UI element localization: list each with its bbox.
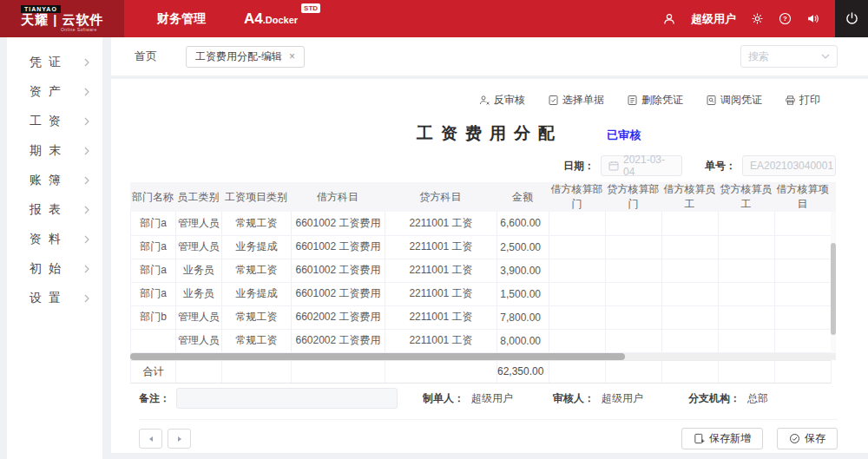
chevron-down-icon[interactable] [821,54,830,59]
sidebar-item-reports[interactable]: 报 表 [7,195,102,225]
chevron-right-icon [84,176,89,185]
power-button[interactable] [835,0,868,37]
col-header[interactable]: 工资项目类别 [221,182,291,212]
search-select[interactable] [740,45,838,68]
table-cell: 2211001 工资 [385,329,497,352]
table-cell: 业务员 [176,282,222,305]
col-header[interactable]: 部门名称 [130,182,175,212]
vertical-scrollbar[interactable] [831,212,836,353]
unaudit-icon [479,95,490,106]
date-field[interactable]: 2021-03-04 [601,155,682,176]
branch-value: 总部 [747,391,768,406]
brand-logo: TIANYAO 天耀 | 云软件 Online Software [0,0,124,37]
doc-no-field[interactable]: EA202103040001 [742,155,836,176]
sidebar-item-data[interactable]: 资 料 [7,225,102,254]
table-cell: 2211001 工资 [385,212,497,235]
table-cell [606,212,662,235]
svg-text:?: ? [783,15,787,23]
col-header[interactable]: 贷方核算部门 [605,182,661,212]
vertical-scrollbar-thumb[interactable] [831,243,836,335]
table-cell [549,212,606,235]
table-row[interactable]: 部门a 管理人员 业务提成 6601002 工资费用 2211001 工资 2,… [131,235,832,259]
sidebar-item-ledger[interactable]: 账 簿 [7,166,102,195]
col-header[interactable]: 贷方科目 [385,182,496,212]
table-row[interactable]: 部门a 业务员 业务提成 6601002 工资费用 2211001 工资 1,5… [131,282,832,305]
power-icon [845,11,859,26]
table-cell [775,212,832,235]
table-row[interactable]: 部门a 业务员 常规工资 6601002 工资费用 2211001 工资 3,9… [131,259,832,282]
auditor-group: 审核人： 超级用户 [553,391,643,406]
remark-input[interactable] [176,388,398,409]
status-badge[interactable]: 已审核 [607,128,641,143]
col-header[interactable]: 金额 [496,182,549,212]
creator-value: 超级用户 [471,391,513,406]
creator-group: 制单人： 超级用户 [423,391,513,406]
col-header[interactable]: 员工类别 [175,182,221,212]
announcement-icon[interactable] [806,12,819,25]
table-row[interactable]: 管理人员 常规工资 6602002 工资费用 2211001 工资 8,000.… [131,329,832,352]
doc-plus-icon [694,433,705,444]
view-voucher-icon [706,95,717,106]
nav-a4-docker[interactable]: A4.Docker STD [244,10,319,28]
col-header[interactable]: 贷方核算员工 [718,182,774,212]
sidebar-item-voucher[interactable]: 凭 证 [7,48,102,77]
table-cell [662,282,719,305]
col-header[interactable]: 借方核算项目 [774,182,831,212]
table-row[interactable]: 部门a 管理人员 常规工资 6601002 工资费用 2211001 工资 6,… [131,212,832,235]
doc-no-group: 单号： EA202103040001 [705,155,836,176]
table-cell [606,282,662,305]
view-voucher-button[interactable]: 调阅凭证 [706,93,762,108]
tab-home[interactable]: 首页 [135,49,157,64]
select-doc-button[interactable]: 选择单据 [548,93,604,108]
help-icon[interactable]: ? [779,12,792,25]
total-label: 合计 [131,360,176,383]
table-cell [662,329,719,352]
table-cell: 部门a [131,282,176,305]
table-cell: 业务提成 [222,235,292,259]
table-row[interactable]: 部门b 管理人员 常规工资 6602002 工资费用 2211001 工资 7,… [131,305,832,329]
search-input[interactable] [748,50,821,62]
table-cell: 6,600.00 [497,212,549,235]
horizontal-scrollbar[interactable] [130,353,836,360]
table-cell [131,329,176,352]
print-button[interactable]: 打印 [785,93,820,108]
table-cell: 2211001 工资 [385,235,497,259]
col-header[interactable]: 借方核算部门 [549,182,605,212]
table-cell [549,235,606,259]
chevron-right-icon [84,88,89,96]
sidebar-item-settings[interactable]: 设 置 [7,284,102,313]
select-doc-icon [548,95,559,106]
user-icon[interactable] [662,12,676,26]
sidebar-item-period-end[interactable]: 期 末 [7,136,102,166]
next-record-button[interactable] [168,429,191,449]
table-cell: 3,900.00 [497,259,549,282]
horizontal-scrollbar-thumb[interactable] [130,353,625,360]
close-icon[interactable]: × [289,51,295,62]
tab-strip: 首页 工资费用分配-编辑 × [111,37,868,75]
table-cell [775,329,832,352]
print-icon [785,95,796,106]
table-cell [775,235,832,259]
table-cell: 管理人员 [176,305,222,329]
save-new-button[interactable]: 保存新增 [681,428,763,449]
sidebar-item-initial[interactable]: 初 始 [7,254,102,284]
table-cell: 6602002 工资费用 [292,329,385,352]
nav-finance[interactable]: 财务管理 [157,11,206,27]
delete-voucher-button[interactable]: 删除凭证 [627,93,683,108]
save-button[interactable]: 保存 [777,428,838,449]
sidebar-item-assets[interactable]: 资 产 [7,77,102,107]
tab-salary-allocation-edit[interactable]: 工资费用分配-编辑 × [186,46,305,68]
sidebar-item-salary[interactable]: 工 资 [7,107,102,136]
std-badge: STD [301,3,320,13]
col-header[interactable]: 借方核算员工 [661,182,718,212]
prev-record-button[interactable] [139,429,162,449]
table-cell [719,235,775,259]
current-user[interactable]: 超级用户 [691,11,736,27]
unaudit-button[interactable]: 反审核 [479,93,525,108]
table-cell [549,305,606,329]
col-header[interactable]: 借方科目 [291,182,385,212]
branch-group: 分支机构： 总部 [688,391,768,406]
chevron-right-icon [84,235,89,244]
gear-icon[interactable] [751,12,764,25]
table-cell: 2211001 工资 [385,282,497,305]
